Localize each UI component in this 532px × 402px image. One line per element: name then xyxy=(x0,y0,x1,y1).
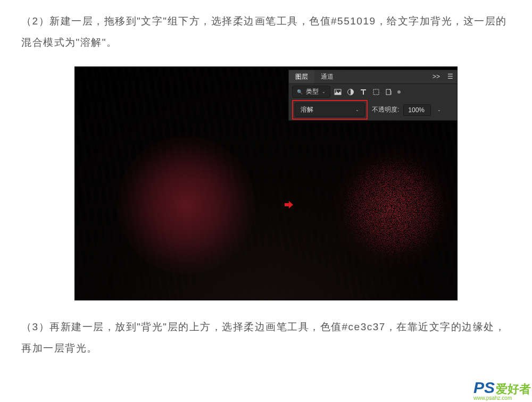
smooth-red-glow xyxy=(117,136,255,274)
tab-layers[interactable]: 图层 xyxy=(289,70,314,83)
filter-toggle-icon[interactable] xyxy=(397,90,401,94)
panel-tab-bar: 图层 通道 >> ☰ xyxy=(289,70,457,84)
layer-type-filter[interactable]: 类型 ⌄ xyxy=(292,86,330,98)
photoshop-screenshot: 图层 通道 >> ☰ 类型 ⌄ 溶解 ⌄ 不透 xyxy=(74,66,458,300)
watermark: PS 爱好者 www.psahz.com xyxy=(473,379,531,401)
filter-text-icon[interactable] xyxy=(358,87,369,97)
chevron-down-icon[interactable]: ⌄ xyxy=(437,107,441,112)
filter-adjustment-icon[interactable] xyxy=(345,87,356,97)
filter-row: 类型 ⌄ xyxy=(289,84,457,100)
blend-mode-row: 溶解 ⌄ 不透明度: 100% ⌄ xyxy=(289,100,457,120)
type-filter-label: 类型 xyxy=(306,87,319,96)
filter-image-icon[interactable] xyxy=(332,87,343,97)
step-2-text: （2）新建一层，拖移到"文字"组下方，选择柔边画笔工具，色值#551019，给文… xyxy=(0,11,532,53)
opacity-value-text: 100% xyxy=(408,106,425,114)
tab-channels[interactable]: 通道 xyxy=(314,70,340,83)
highlight-box: 溶解 ⌄ xyxy=(292,100,368,120)
opacity-input[interactable]: 100% xyxy=(403,104,431,116)
panel-collapse-icon[interactable]: >> xyxy=(429,73,444,80)
step-3-text: （3）再新建一层，放到"背光"层的上方，选择柔边画笔工具，色值#ce3c37，在… xyxy=(0,316,532,359)
svg-rect-3 xyxy=(373,89,379,95)
watermark-ps: PS xyxy=(473,379,495,397)
dissolve-red-glow xyxy=(325,146,458,269)
svg-point-1 xyxy=(336,90,337,91)
blend-mode-value: 溶解 xyxy=(301,105,313,114)
layers-panel: 图层 通道 >> ☰ 类型 ⌄ 溶解 ⌄ 不透 xyxy=(288,70,458,121)
opacity-label: 不透明度: xyxy=(372,105,399,114)
panel-menu-icon[interactable]: ☰ xyxy=(444,73,457,80)
blend-mode-select[interactable]: 溶解 ⌄ xyxy=(295,103,365,117)
filter-smartobject-icon[interactable] xyxy=(384,87,394,97)
chevron-down-icon: ⌄ xyxy=(322,89,326,94)
arrow-right-icon xyxy=(284,199,294,212)
chevron-down-icon: ⌄ xyxy=(355,107,359,112)
filter-shape-icon[interactable] xyxy=(371,87,381,97)
